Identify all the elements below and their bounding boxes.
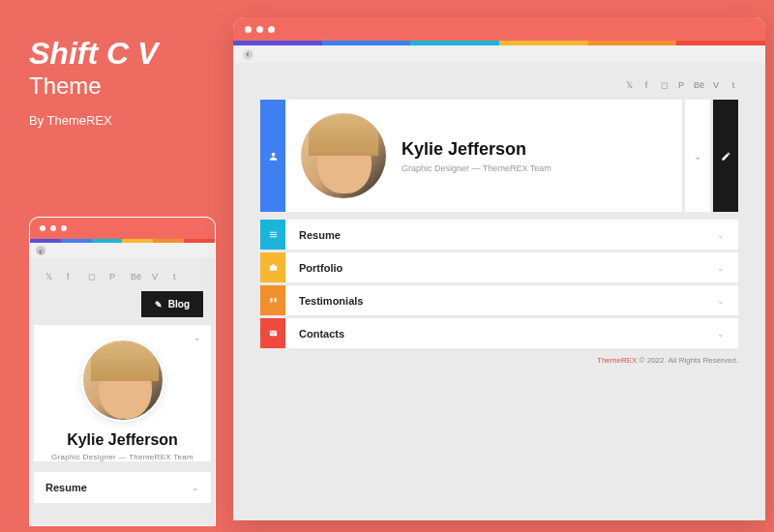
chevron-down-icon[interactable]: ⌄: [194, 333, 201, 342]
browser-toolbar: ◐: [233, 45, 765, 63]
blog-button-row: ✎ Blog: [30, 291, 215, 325]
avatar: [81, 339, 164, 422]
quote-icon: [268, 295, 279, 306]
expand-button[interactable]: ⌄: [685, 100, 710, 212]
profile-card: ⌄ Kylie Jefferson Graphic Designer — The…: [34, 325, 211, 461]
social-links-row: 𝕏 f ◻ P Bē V t: [30, 258, 215, 291]
chevron-down-icon: ⌄: [694, 151, 701, 162]
section-label: Resume: [45, 482, 87, 493]
chevron-down-icon: ⌄: [717, 263, 725, 273]
profile-name: Kylie Jefferson: [45, 431, 199, 449]
profile-card: Kylie Jefferson Graphic Designer — Theme…: [285, 100, 682, 212]
svg-rect-2: [269, 234, 276, 235]
edit-button[interactable]: [713, 100, 738, 212]
window-dot: [268, 26, 275, 33]
footer-copyright: ThemeREX © 2022. All Rights Reserved.: [260, 356, 738, 365]
person-icon: [268, 151, 279, 162]
pencil-icon: ✎: [155, 300, 163, 310]
svg-rect-3: [269, 236, 276, 237]
section-label: Portfolio: [299, 262, 342, 274]
svg-rect-6: [269, 331, 276, 337]
pinterest-icon[interactable]: P: [109, 272, 119, 281]
svg-rect-4: [269, 266, 276, 271]
browser-toolbar: ◐: [30, 243, 215, 258]
section-tab: [260, 252, 285, 282]
twitter-icon[interactable]: 𝕏: [624, 80, 634, 90]
desktop-preview-window: ◐ 𝕏 f ◻ P Bē V t Kylie Jefferson Graphic…: [233, 17, 765, 520]
social-links-row: 𝕏 f ◻ P Bē V t: [260, 80, 738, 90]
twitter-icon[interactable]: 𝕏: [45, 272, 55, 281]
theme-info-panel: Shift C V Theme By ThemeREX: [29, 37, 218, 128]
profile-role: Graphic Designer — ThemeREX Team: [45, 453, 199, 461]
tumblr-icon[interactable]: t: [729, 80, 738, 90]
blog-label: Blog: [168, 299, 190, 310]
window-titlebar: [30, 218, 215, 239]
page-body: 𝕏 f ◻ P Bē V t Kylie Jefferson Graphic D…: [233, 63, 765, 365]
chevron-down-icon: ⌄: [717, 230, 725, 240]
chevron-down-icon: ⌄: [717, 296, 725, 306]
theme-author: By ThemeREX: [29, 113, 218, 128]
briefcase-icon: [268, 262, 279, 273]
mobile-preview-window: ◐ 𝕏 f ◻ P Bē V t ✎ Blog ⌄ Kylie Jefferso…: [29, 217, 216, 526]
facebook-icon[interactable]: f: [641, 80, 651, 90]
blog-button[interactable]: ✎ Blog: [141, 291, 203, 317]
svg-rect-5: [272, 264, 275, 265]
section-tab: [260, 285, 285, 315]
window-dot: [50, 225, 56, 231]
svg-rect-1: [269, 232, 276, 233]
color-stripe: [30, 239, 215, 243]
window-dot: [256, 26, 263, 33]
chevron-down-icon: ⌄: [717, 329, 725, 339]
theme-toggle-icon[interactable]: ◐: [36, 246, 45, 255]
mail-icon: [268, 328, 279, 339]
theme-subtitle: Theme: [29, 73, 218, 100]
profile-role: Graphic Designer — ThemeREX Team: [402, 163, 667, 173]
pinterest-icon[interactable]: P: [676, 80, 686, 90]
color-stripe: [233, 41, 765, 45]
behance-icon[interactable]: Bē: [694, 80, 703, 90]
profile-row: Kylie Jefferson Graphic Designer — Theme…: [260, 100, 738, 212]
window-dot: [61, 225, 67, 231]
window-dot: [245, 26, 252, 33]
svg-point-0: [271, 152, 275, 156]
theme-title: Shift C V: [29, 37, 218, 71]
theme-toggle-icon[interactable]: ◐: [243, 49, 253, 60]
section-label: Resume: [299, 229, 341, 241]
section-row-portfolio[interactable]: Portfolio ⌄: [260, 252, 738, 282]
section-row-resume[interactable]: Resume ⌄: [260, 220, 738, 250]
footer-brand: ThemeREX: [597, 356, 637, 365]
section-row-resume[interactable]: Resume ⌄: [34, 471, 211, 503]
page-body: 𝕏 f ◻ P Bē V t ✎ Blog ⌄ Kylie Jefferson …: [30, 258, 215, 525]
section-row-testimonials[interactable]: Testimonials ⌄: [260, 285, 738, 315]
window-dot: [40, 225, 45, 231]
avatar: [301, 113, 386, 198]
instagram-icon[interactable]: ◻: [88, 272, 98, 281]
menu-icon: [268, 229, 279, 240]
chevron-down-icon: ⌄: [192, 483, 199, 492]
section-label: Contacts: [299, 328, 344, 340]
instagram-icon[interactable]: ◻: [659, 80, 669, 90]
section-row-contacts[interactable]: Contacts ⌄: [260, 318, 738, 348]
behance-icon[interactable]: Bē: [131, 272, 140, 281]
tumblr-icon[interactable]: t: [173, 272, 183, 281]
facebook-icon[interactable]: f: [67, 272, 76, 281]
profile-tab[interactable]: [260, 100, 285, 212]
section-label: Testimonials: [299, 295, 363, 307]
vimeo-icon[interactable]: V: [152, 272, 162, 281]
footer-text: © 2022. All Rights Reserved.: [637, 356, 738, 365]
profile-name: Kylie Jefferson: [402, 139, 667, 160]
section-tab: [260, 318, 285, 348]
section-tab: [260, 220, 285, 250]
pencil-icon: [721, 151, 731, 162]
window-titlebar: [233, 17, 765, 41]
vimeo-icon[interactable]: V: [711, 80, 721, 90]
